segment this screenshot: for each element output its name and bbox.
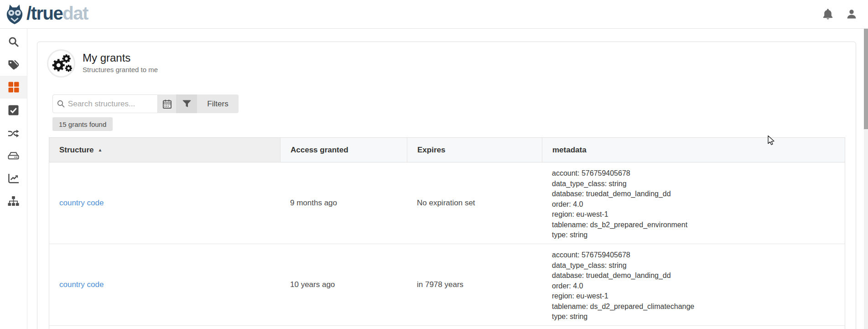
search-input-icon (57, 100, 65, 108)
metadata-line: database: truedat_demo_landing_dd (552, 189, 845, 199)
table-row: country code 10 years ago in 7978 years … (49, 244, 845, 326)
bell-icon (822, 8, 833, 20)
tags-icon (8, 59, 19, 70)
sidebar-item-search[interactable] (0, 30, 27, 53)
sidebar-item-grants-active[interactable] (0, 76, 27, 99)
table-row: country code 9 months ago No expiration … (49, 162, 845, 244)
cell-expires: No expiration set (407, 162, 542, 244)
page-subtitle: Structures granted to me (83, 66, 158, 73)
metadata-line: order: 4.0 (552, 199, 845, 210)
column-header-structure-label: Structure (59, 146, 94, 155)
check-square-icon (8, 105, 19, 115)
grants-card: My grants Structures granted to me (37, 42, 856, 329)
search-box (52, 94, 158, 113)
user-menu-button[interactable] (846, 9, 857, 20)
sidebar (0, 29, 27, 329)
search-icon (8, 37, 19, 47)
notifications-button[interactable] (822, 8, 833, 20)
cell-metadata: account: 576759405678 data_type_class: s… (542, 244, 845, 325)
sidebar-item-tags[interactable] (0, 53, 27, 76)
metadata-line: account: 576759405678 (552, 250, 845, 261)
cell-metadata: account: 576759405678 data_type_class: s… (542, 162, 845, 244)
shuffle-icon (8, 128, 19, 137)
search-input[interactable] (68, 99, 153, 109)
page-title: My grants (83, 52, 130, 64)
results-count-badge: 15 grants found (52, 117, 113, 131)
column-header-metadata-label: metadata (552, 146, 587, 155)
metadata-line: order: 4.0 (552, 281, 845, 292)
cell-structure: country code (49, 162, 280, 244)
column-header-structure[interactable]: Structure ▲ (49, 138, 280, 162)
filters-button-label: Filters (207, 99, 228, 109)
metadata-line: database: truedat_demo_landing_dd (552, 271, 845, 281)
search-toolbar: Filters (52, 94, 239, 113)
metadata-line: tablename: ds_b2_prepared_environment (552, 220, 845, 230)
metadata-line: account: 576759405678 (552, 168, 845, 179)
metadata-line: data_type_class: string (552, 261, 845, 271)
scrollbar-track[interactable] (864, 29, 868, 329)
grants-gears-badge (47, 49, 75, 78)
table-row-partial (49, 326, 845, 329)
screen: /truedat (0, 0, 868, 329)
date-filter-button[interactable] (158, 94, 176, 113)
structure-link[interactable]: country code (59, 198, 104, 208)
metadata-line: tablename: ds_d2_prepared_climatechange (552, 302, 845, 312)
app-logo[interactable]: /truedat (5, 4, 88, 25)
sitemap-icon (8, 196, 19, 206)
user-icon (846, 9, 857, 20)
drive-icon (8, 151, 19, 160)
cell-expires: in 7978 years (407, 244, 542, 325)
calendar-icon (162, 99, 172, 109)
cell-access-granted: 10 years ago (280, 244, 407, 325)
column-header-metadata[interactable]: metadata (542, 138, 845, 162)
sidebar-item-analytics[interactable] (0, 167, 27, 190)
sidebar-item-storage[interactable] (0, 144, 27, 167)
grants-table: Structure ▲ Access granted Expires metad… (49, 137, 845, 329)
sidebar-item-hierarchy[interactable] (0, 190, 27, 213)
metadata-line: region: eu-west-1 (552, 291, 845, 302)
metadata-line: region: eu-west-1 (552, 209, 845, 220)
owl-logo-icon (5, 4, 25, 25)
column-header-access-granted-label: Access granted (291, 146, 348, 155)
filters-button[interactable]: Filters (197, 94, 239, 113)
structure-link[interactable]: country code (59, 280, 104, 289)
metadata-line: type: string (552, 312, 845, 322)
logo-secondary: dat (62, 3, 88, 23)
column-header-expires-label: Expires (417, 146, 445, 155)
logo-primary: true (31, 3, 63, 23)
app-body: My grants Structures granted to me (0, 29, 868, 329)
sidebar-item-shuffle[interactable] (0, 121, 27, 144)
scrollbar-thumb[interactable] (864, 29, 868, 129)
top-header: /truedat (0, 0, 868, 29)
cell-access-granted: 9 months ago (280, 162, 407, 244)
column-header-expires[interactable]: Expires (407, 138, 542, 162)
filter-funnel-icon (182, 99, 191, 108)
sidebar-item-tasks[interactable] (0, 99, 27, 121)
topbar-actions (822, 8, 857, 20)
filter-icon-button[interactable] (176, 94, 197, 113)
chart-line-icon (8, 173, 19, 183)
cell-structure: country code (49, 244, 280, 325)
metadata-line: type: string (552, 230, 845, 240)
metadata-line: data_type_class: string (552, 179, 845, 189)
sort-asc-icon: ▲ (98, 147, 103, 152)
column-header-access-granted[interactable]: Access granted (280, 138, 407, 162)
main-content: My grants Structures granted to me (27, 29, 868, 329)
cogs-icon (50, 52, 73, 75)
table-header-row: Structure ▲ Access granted Expires metad… (49, 138, 845, 162)
grid-icon (8, 82, 19, 93)
logo-slash: / (26, 3, 31, 23)
logo-text: /truedat (26, 4, 88, 24)
